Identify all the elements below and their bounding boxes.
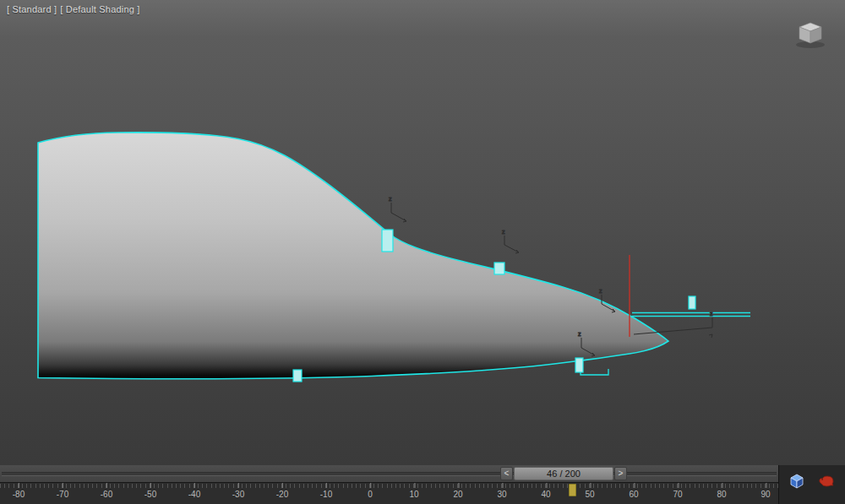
ruler-label: 40 <box>541 490 550 499</box>
previous-frame-button[interactable]: < <box>500 467 513 480</box>
next-frame-button[interactable]: > <box>614 467 627 480</box>
ruler-label: -60 <box>101 490 112 499</box>
selected-edge-bracket[interactable] <box>581 362 608 375</box>
main-window: z z z z z [ Standard ][ Default Shading … <box>0 0 845 504</box>
vertex-handle[interactable] <box>494 263 504 274</box>
ruler-label: 50 <box>585 490 594 499</box>
scene-canvas[interactable]: z z z z z <box>0 0 845 465</box>
ruler-label: 10 <box>409 490 418 499</box>
vertex-handle[interactable] <box>293 370 302 382</box>
ruler-label: -30 <box>232 490 244 499</box>
vertex-handle[interactable] <box>575 358 583 372</box>
vertex-handle[interactable] <box>689 296 695 309</box>
axis-gizmo[interactable]: z <box>502 229 519 253</box>
time-slider-track[interactable] <box>2 472 777 476</box>
ruler-label: -10 <box>320 490 332 499</box>
ruler-label: -70 <box>57 490 68 499</box>
svg-text:z: z <box>578 331 581 337</box>
track-bar[interactable]: -80 -70 -60 -50 -40 -30 -20 -10 0 10 20 … <box>0 482 778 504</box>
axis-gizmo[interactable]: z <box>634 311 713 338</box>
ruler-label: -80 <box>13 490 25 499</box>
ruler-minor-ticks <box>0 484 778 488</box>
ruler-label: 30 <box>497 490 506 499</box>
ruler-label: 20 <box>453 490 462 499</box>
time-slider-thumb[interactable]: < 46 / 200 > <box>500 467 627 480</box>
ruler-label: 80 <box>717 490 726 499</box>
ruler-label: 60 <box>629 490 638 499</box>
status-tray <box>778 465 845 504</box>
ruler-label: 0 <box>368 490 373 499</box>
time-slider-bar[interactable]: < 46 / 200 > <box>0 465 778 482</box>
selected-edge-pitot[interactable] <box>632 313 750 317</box>
viewport-shading-label[interactable]: [ Default Shading ] <box>60 4 139 14</box>
ruler-label: -20 <box>276 490 288 499</box>
svg-text:z: z <box>389 196 392 202</box>
ruler-label: 90 <box>760 490 770 499</box>
svg-text:z: z <box>502 229 505 235</box>
viewport-pov-label[interactable]: [ Standard ] <box>7 4 57 14</box>
svg-text:z: z <box>599 288 602 294</box>
vertex-handle[interactable] <box>382 230 393 252</box>
ruler-label: -40 <box>188 490 200 499</box>
axis-gizmo[interactable]: z <box>389 196 406 222</box>
viewport[interactable]: z z z z z [ Standard ][ Default Shading … <box>0 0 845 466</box>
ruler-label: -50 <box>144 490 156 499</box>
viewport-label-bar: [ Standard ][ Default Shading ] <box>7 4 144 14</box>
current-frame-marker[interactable] <box>569 484 576 496</box>
blue-cube-icon[interactable] <box>788 472 806 490</box>
ruler-label: 70 <box>673 490 682 499</box>
model-fuselage[interactable] <box>38 133 668 379</box>
svg-text:z: z <box>710 311 713 317</box>
viewcube-icon[interactable] <box>788 17 831 51</box>
red-teapot-icon[interactable] <box>818 472 837 490</box>
current-frame-display[interactable]: 46 / 200 <box>514 467 613 480</box>
